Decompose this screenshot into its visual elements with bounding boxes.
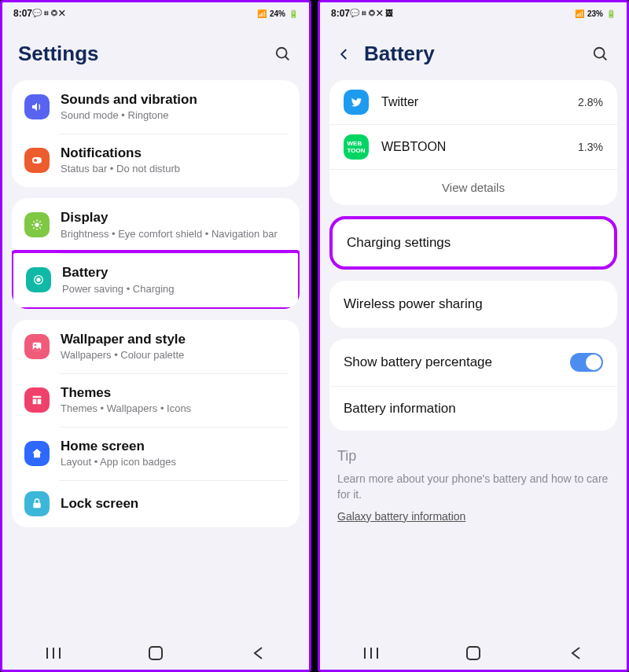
page-header: Settings	[2, 24, 309, 80]
app-percentage: 2.8%	[578, 96, 603, 108]
tip-body: Learn more about your phone's battery an…	[337, 471, 609, 503]
svg-line-1	[285, 56, 289, 60]
search-icon[interactable]	[273, 44, 293, 64]
wallpaper-icon	[24, 334, 50, 359]
sounds-icon	[24, 94, 50, 119]
row-subtitle: Layout • App icon badges	[61, 456, 287, 469]
settings-item-wallpaper[interactable]: Wallpaper and style Wallpapers • Colour …	[12, 320, 300, 373]
display-icon	[24, 212, 50, 237]
status-icons-right: 📶 23%🔋	[575, 9, 616, 18]
svg-line-23	[603, 56, 607, 60]
row-subtitle: Themes • Wallpapers • Icons	[61, 402, 287, 416]
show-battery-percentage-toggle[interactable]: Show battery percentage	[329, 339, 617, 386]
tip-section: Tip Learn more about your phone's batter…	[320, 442, 627, 533]
app-percentage: 1.3%	[578, 141, 603, 153]
svg-line-10	[39, 228, 40, 229]
app-name: Twitter	[381, 95, 578, 109]
status-bar: 8:07 💬 ⌗ ◎ ✕ 📶 24%🔋	[2, 2, 309, 24]
svg-point-14	[37, 278, 40, 281]
settings-item-lock-screen[interactable]: Lock screen	[12, 480, 300, 527]
home-button[interactable]	[140, 646, 171, 660]
toggle-switch-on[interactable]	[570, 353, 603, 372]
settings-item-battery[interactable]: Battery Power saving • Charging	[12, 250, 300, 308]
svg-point-0	[277, 47, 287, 57]
recents-button[interactable]	[355, 648, 387, 659]
android-nav-bar	[2, 637, 309, 670]
svg-point-22	[594, 47, 605, 57]
settings-group-connections: Sounds and vibration Sound mode • Ringto…	[12, 80, 300, 187]
status-icons-left: 💬 ⌗ ◎ ✕	[32, 9, 65, 18]
usage-row-twitter[interactable]: Twitter 2.8%	[329, 80, 617, 124]
settings-item-display[interactable]: Display Brightness • Eye comfort shield …	[12, 198, 300, 252]
row-title: Battery	[62, 264, 285, 281]
row-subtitle: Status bar • Do not disturb	[61, 163, 287, 176]
status-icons-right: 📶 24%🔋	[257, 9, 298, 18]
home-icon	[24, 441, 50, 466]
page-header: Battery	[320, 24, 627, 80]
svg-line-9	[33, 222, 34, 222]
svg-line-12	[39, 222, 40, 222]
row-title: Themes	[61, 384, 287, 401]
home-button[interactable]	[458, 646, 489, 660]
android-nav-bar	[320, 637, 627, 670]
status-time: 8:07	[13, 8, 32, 19]
row-subtitle: Sound mode • Ringtone	[61, 109, 287, 123]
webtoon-icon: WEBTOON	[344, 134, 369, 160]
settings-group-device: Display Brightness • Eye comfort shield …	[12, 198, 300, 308]
row-title: Notifications	[61, 145, 287, 161]
settings-item-notifications[interactable]: Notifications Status bar • Do not distur…	[12, 134, 300, 187]
row-subtitle: Wallpapers • Colour palette	[61, 349, 287, 362]
battery-options-card: Show battery percentage Battery informat…	[329, 339, 617, 431]
status-time: 8:07	[331, 8, 350, 19]
twitter-icon	[344, 90, 369, 115]
battery-information-button[interactable]: Battery information	[329, 386, 617, 431]
svg-point-3	[34, 159, 37, 162]
status-bar: 8:07 💬 ⌗ ◎ ✕ 🖼 📶 23%🔋	[320, 2, 627, 24]
notifications-icon	[24, 148, 50, 173]
svg-rect-17	[33, 503, 40, 509]
back-button[interactable]	[560, 647, 591, 659]
recents-button[interactable]	[38, 648, 69, 659]
settings-item-themes[interactable]: Themes Themes • Wallpapers • Icons	[12, 373, 300, 427]
search-icon[interactable]	[590, 44, 611, 64]
settings-group-personalize: Wallpaper and style Wallpapers • Colour …	[12, 320, 300, 527]
battery-usage-card: Twitter 2.8% WEBTOON WEBTOON 1.3% View d…	[329, 80, 617, 205]
svg-rect-27	[467, 647, 480, 659]
page-title: Battery	[364, 42, 579, 66]
row-title: Home screen	[61, 438, 287, 454]
row-title: Lock screen	[61, 495, 287, 512]
view-details-button[interactable]: View details	[329, 169, 617, 205]
battery-icon	[26, 267, 51, 292]
svg-point-16	[35, 343, 37, 346]
app-name: WEBTOON	[381, 140, 578, 154]
row-title: Wallpaper and style	[61, 331, 287, 347]
row-subtitle: Power saving • Charging	[62, 283, 285, 296]
back-icon[interactable]	[336, 46, 353, 63]
row-title: Display	[61, 209, 287, 226]
svg-point-4	[35, 223, 39, 227]
row-title: Sounds and vibration	[61, 91, 287, 108]
settings-item-sounds[interactable]: Sounds and vibration Sound mode • Ringto…	[12, 80, 300, 134]
back-button[interactable]	[242, 647, 274, 659]
toggle-label: Show battery percentage	[344, 354, 492, 370]
tip-heading: Tip	[337, 448, 609, 465]
svg-rect-21	[149, 647, 162, 659]
tip-link[interactable]: Galaxy battery information	[337, 510, 465, 523]
battery-screen: 8:07 💬 ⌗ ◎ ✕ 🖼 📶 23%🔋 Battery Twitter 2.…	[318, 0, 629, 672]
charging-settings-button[interactable]: Charging settings	[329, 216, 617, 270]
row-subtitle: Brightness • Eye comfort shield • Naviga…	[61, 228, 287, 241]
usage-row-webtoon[interactable]: WEBTOON WEBTOON 1.3%	[329, 124, 617, 169]
settings-screen: 8:07 💬 ⌗ ◎ ✕ 📶 24%🔋 Settings Sounds and …	[0, 0, 311, 672]
themes-icon	[24, 387, 50, 413]
status-icons-left: 💬 ⌗ ◎ ✕ 🖼	[350, 9, 393, 18]
row-label: Battery information	[344, 401, 456, 417]
svg-line-11	[33, 228, 34, 229]
settings-item-home-screen[interactable]: Home screen Layout • App icon badges	[12, 427, 300, 480]
page-title: Settings	[18, 42, 262, 66]
lock-icon	[24, 491, 50, 516]
wireless-power-sharing-button[interactable]: Wireless power sharing	[329, 281, 617, 328]
